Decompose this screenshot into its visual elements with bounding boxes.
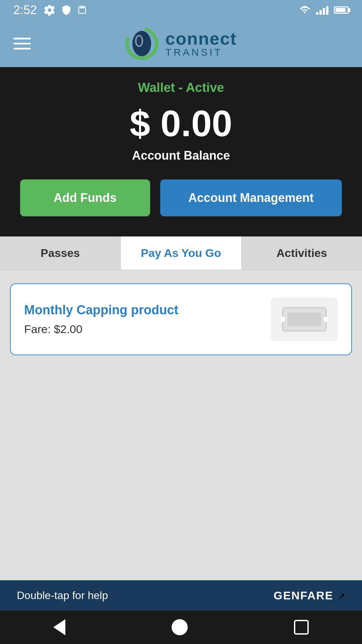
back-button[interactable] <box>53 619 65 635</box>
tab-passes[interactable]: Passes <box>0 236 120 270</box>
status-time: 2:52 <box>13 3 37 17</box>
product-info: Monthly Capping product Fare: $2.00 <box>24 303 271 336</box>
logo-icon <box>125 27 159 60</box>
back-icon <box>53 619 65 635</box>
menu-line-3 <box>13 48 31 50</box>
product-fare: Fare: $2.00 <box>24 323 271 336</box>
status-left: 2:52 <box>13 3 87 17</box>
add-funds-button[interactable]: Add Funds <box>20 179 150 216</box>
menu-line-1 <box>13 38 31 40</box>
ticket-icon <box>271 298 338 341</box>
status-icons <box>44 4 87 16</box>
svg-rect-4 <box>288 313 321 326</box>
signal-icon <box>316 5 328 15</box>
shield-icon <box>61 4 72 16</box>
account-management-button[interactable]: Account Management <box>160 179 342 216</box>
wallet-status: Wallet - Active <box>20 80 342 95</box>
ticket-svg <box>281 304 328 334</box>
menu-button[interactable] <box>13 38 31 50</box>
logo-connect: connect <box>165 30 237 47</box>
content-area: Monthly Capping product Fare: $2.00 <box>0 270 362 572</box>
genfare-logo: GENFARE ↗ <box>274 589 345 602</box>
product-name: Monthly Capping product <box>24 303 271 317</box>
tab-activities[interactable]: Activities <box>242 236 362 270</box>
logo-transit: TRANSIT <box>165 47 237 57</box>
home-icon <box>172 619 188 635</box>
product-card[interactable]: Monthly Capping product Fare: $2.00 <box>10 283 352 355</box>
status-bar: 2:52 <box>0 0 362 20</box>
clipboard-icon <box>77 4 87 16</box>
recents-button[interactable] <box>294 620 309 635</box>
recents-icon <box>294 620 309 635</box>
tabs-row: Passes Pay As You Go Activities <box>0 236 362 270</box>
logo-text: connect TRANSIT <box>165 30 237 57</box>
menu-line-2 <box>13 43 31 45</box>
battery-icon <box>334 6 349 14</box>
home-button[interactable] <box>172 619 188 635</box>
wallet-buttons: Add Funds Account Management <box>20 179 342 216</box>
help-text: Double-tap for help <box>17 589 108 602</box>
settings-icon <box>44 4 56 16</box>
system-nav-bar <box>0 610 362 644</box>
tab-pay-as-you-go[interactable]: Pay As You Go <box>120 236 241 270</box>
genfare-arrow-icon: ↗ <box>338 591 345 602</box>
status-right <box>299 5 349 15</box>
bottom-bar: Double-tap for help GENFARE ↗ <box>0 580 362 610</box>
app-header: connect TRANSIT <box>0 20 362 67</box>
wallet-balance-label: Account Balance <box>20 149 342 163</box>
wallet-section: Wallet - Active $ 0.00 Account Balance A… <box>0 67 362 236</box>
logo: connect TRANSIT <box>125 27 237 60</box>
wallet-balance: $ 0.00 <box>20 105 342 142</box>
wifi-icon <box>299 5 311 15</box>
